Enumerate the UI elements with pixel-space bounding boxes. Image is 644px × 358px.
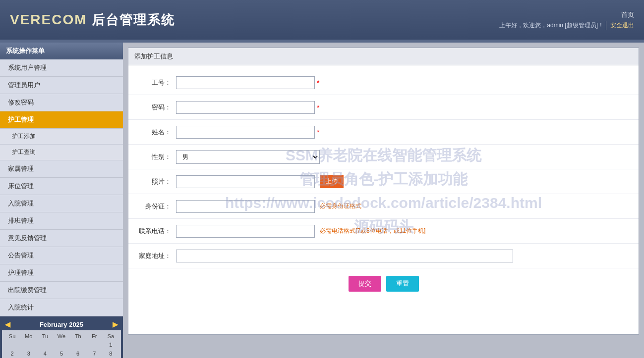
- calendar-week-1: 1: [4, 340, 119, 349]
- cal-day-empty-2: [20, 340, 37, 349]
- calendar-days-header: Su Mo Tu We Th Fr Sa: [4, 332, 119, 340]
- cal-hdr-mo: Mo: [20, 333, 37, 339]
- form-panel: SSM养老院在线智能管理系统 管理员角色-护工添加功能 https://www.…: [128, 48, 639, 335]
- submit-button[interactable]: 提交: [349, 276, 381, 292]
- cal-hdr-we: We: [53, 333, 69, 339]
- content-area: SSM养老院在线智能管理系统 管理员角色-护工添加功能 https://www.…: [123, 43, 644, 358]
- label-photo: 照片：: [136, 177, 176, 186]
- sidebar-item-feedback-mgmt[interactable]: 意见反馈管理: [0, 230, 123, 247]
- sidebar-item-change-pwd[interactable]: 修改密码: [0, 94, 123, 111]
- sidebar-item-admit-stats[interactable]: 入院统计: [0, 299, 123, 316]
- cal-hdr-su: Su: [4, 333, 20, 339]
- sidebar-item-admit-mgmt[interactable]: 入院管理: [0, 195, 123, 212]
- form-row-photo: 照片： 上传: [128, 169, 639, 194]
- header: VERECOM 后台管理系统 首页 上午好，欢迎您，admin [超级管理员]！…: [0, 0, 644, 40]
- label-gender: 性别：: [136, 153, 176, 161]
- cal-hdr-tu: Tu: [37, 333, 53, 339]
- form-row-address: 家庭地址：: [128, 244, 639, 268]
- sidebar-item-family-mgmt[interactable]: 家属管理: [0, 160, 123, 178]
- form-row-idcard: 身份证： 必需身份证格式: [128, 194, 639, 219]
- user-greeting: 上午好，欢迎您，admin [超级管理员]！: [499, 21, 604, 30]
- cal-hdr-sa: Sa: [103, 333, 119, 339]
- cal-day-empty-3: [37, 340, 53, 349]
- cal-day-7[interactable]: 7: [86, 349, 103, 358]
- cal-day-4[interactable]: 4: [37, 349, 53, 358]
- form-row-gender: 性别： 男 女: [128, 145, 639, 169]
- input-photo[interactable]: [176, 175, 315, 188]
- cal-day-empty-6: [86, 340, 103, 349]
- cal-day-empty-1: [4, 340, 20, 349]
- main-layout: 系统操作菜单 系统用户管理 管理员用户 修改密码 护工管理 护工添加 护工查询 …: [0, 43, 644, 358]
- input-password[interactable]: [176, 101, 315, 114]
- form-row-name: 姓名： *: [128, 120, 639, 145]
- sidebar-item-care-mgmt[interactable]: 护理管理: [0, 264, 123, 282]
- input-work-id[interactable]: [176, 76, 315, 89]
- form-row-work-id: 工号： *: [128, 70, 639, 95]
- form-body: 工号： * 密码： * 姓名： * 性别：: [128, 65, 639, 304]
- cal-hdr-fr: Fr: [86, 333, 103, 339]
- form-buttons: 提交 重置: [128, 268, 639, 299]
- hint-phone: 必需电话格式[7或8位电话，或11位手机]: [320, 227, 425, 235]
- form-row-password: 密码： *: [128, 95, 639, 120]
- calendar-grid: Su Mo Tu We Th Fr Sa 1: [2, 330, 121, 358]
- form-title: 添加护工信息: [128, 48, 639, 65]
- input-address[interactable]: [176, 250, 513, 262]
- label-password: 密码：: [136, 103, 176, 112]
- sidebar-item-schedule-mgmt[interactable]: 排班管理: [0, 212, 123, 230]
- input-phone[interactable]: [176, 225, 315, 238]
- cal-day-6[interactable]: 6: [70, 349, 86, 358]
- sidebar-item-announce-mgmt[interactable]: 公告管理: [0, 247, 123, 264]
- logout-link[interactable]: 安全退出: [606, 21, 634, 30]
- calendar-next[interactable]: ▶: [113, 320, 118, 328]
- cal-day-8[interactable]: 8: [103, 349, 119, 358]
- input-idcard[interactable]: [176, 200, 315, 213]
- select-gender[interactable]: 男 女: [176, 150, 320, 164]
- logo: VERECOM 后台管理系统: [10, 11, 175, 29]
- sidebar: 系统操作菜单 系统用户管理 管理员用户 修改密码 护工管理 护工添加 护工查询 …: [0, 43, 123, 358]
- required-mark-work-id: *: [317, 79, 319, 87]
- cal-day-3[interactable]: 3: [20, 349, 37, 358]
- upload-button[interactable]: 上传: [320, 175, 344, 188]
- sidebar-item-nurse-query[interactable]: 护工查询: [0, 145, 123, 160]
- reset-button[interactable]: 重置: [386, 276, 419, 292]
- header-user-row: 上午好，欢迎您，admin [超级管理员]！ 安全退出: [499, 21, 634, 30]
- sidebar-item-sys-user[interactable]: 系统用户管理: [0, 59, 123, 77]
- cal-day-5[interactable]: 5: [53, 349, 69, 358]
- label-idcard: 身份证：: [136, 202, 176, 211]
- calendar-header: ◀ February 2025 ▶: [2, 318, 121, 330]
- label-address: 家庭地址：: [136, 252, 176, 260]
- logo-subtitle: 后台管理系统: [92, 12, 175, 27]
- sidebar-item-admin-user[interactable]: 管理员用户: [0, 77, 123, 94]
- input-name[interactable]: [176, 126, 315, 139]
- header-right: 首页 上午好，欢迎您，admin [超级管理员]！ 安全退出: [499, 10, 634, 30]
- required-mark-password: *: [317, 103, 319, 111]
- sidebar-item-discharge-mgmt[interactable]: 出院缴费管理: [0, 282, 123, 299]
- calendar: ◀ February 2025 ▶ Su Mo Tu We Th Fr Sa: [0, 316, 123, 358]
- sidebar-title: 系统操作菜单: [0, 43, 123, 59]
- label-name: 姓名：: [136, 128, 176, 137]
- calendar-month-label: February 2025: [40, 321, 83, 328]
- calendar-week-2: 2 3 4 5 6 7 8: [4, 349, 119, 358]
- label-phone: 联系电话：: [136, 227, 176, 236]
- home-link[interactable]: 首页: [621, 10, 634, 19]
- sidebar-item-nurse-add[interactable]: 护工添加: [0, 129, 123, 145]
- calendar-prev[interactable]: ◀: [5, 320, 10, 328]
- cal-hdr-th: Th: [70, 333, 86, 339]
- cal-day-empty-5: [70, 340, 86, 349]
- sidebar-item-nurse-mgmt[interactable]: 护工管理: [0, 111, 123, 129]
- logo-brand: VERECOM: [10, 12, 87, 27]
- label-work-id: 工号：: [136, 78, 176, 87]
- cal-day-empty-4: [53, 340, 69, 349]
- sidebar-item-bed-mgmt[interactable]: 床位管理: [0, 178, 123, 195]
- cal-day-1[interactable]: 1: [103, 340, 119, 349]
- hint-idcard: 必需身份证格式: [320, 202, 361, 210]
- required-mark-name: *: [317, 128, 319, 136]
- form-row-phone: 联系电话： 必需电话格式[7或8位电话，或11位手机]: [128, 219, 639, 244]
- cal-day-2[interactable]: 2: [4, 349, 20, 358]
